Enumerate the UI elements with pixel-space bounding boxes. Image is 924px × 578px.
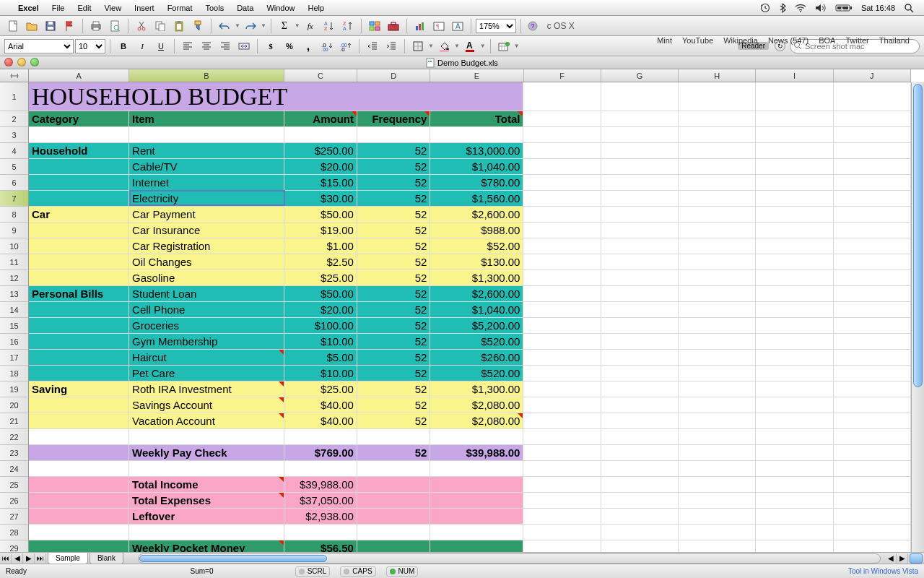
cell[interactable]	[834, 381, 911, 397]
data-cell[interactable]: 52	[357, 302, 430, 318]
data-cell[interactable]: $50.00	[284, 286, 357, 302]
cell[interactable]	[679, 381, 756, 397]
cell[interactable]	[523, 82, 601, 111]
font-select[interactable]: Arial	[4, 39, 74, 53]
cell[interactable]	[834, 207, 911, 223]
col-header-I[interactable]: I	[756, 69, 833, 82]
cell[interactable]	[679, 540, 756, 552]
data-cell[interactable]: 52	[357, 254, 430, 270]
cell[interactable]	[756, 397, 833, 413]
row-header[interactable]: 17	[0, 350, 28, 366]
split-handle[interactable]	[910, 553, 923, 564]
row-header[interactable]: 4	[0, 143, 28, 159]
row-header[interactable]: 27	[0, 509, 28, 525]
row-header[interactable]: 25	[0, 477, 28, 493]
cell[interactable]	[29, 302, 129, 318]
cell[interactable]	[601, 159, 679, 175]
cell[interactable]	[679, 111, 756, 127]
cell[interactable]	[523, 286, 601, 302]
data-cell[interactable]: $5,200.00	[430, 318, 523, 334]
cell[interactable]	[679, 191, 756, 207]
data-cell[interactable]: Saving	[29, 381, 129, 397]
data-cell[interactable]: $13,000.00	[430, 143, 523, 159]
data-cell[interactable]: $2,080.00	[430, 413, 523, 429]
cell[interactable]	[129, 127, 284, 143]
data-cell[interactable]: $15.00	[284, 175, 357, 191]
data-cell[interactable]: $1,040.00	[430, 159, 523, 175]
volume-icon[interactable]	[811, 3, 831, 12]
data-cell[interactable]: 52	[357, 413, 430, 429]
data-cell[interactable]: $10.00	[284, 334, 357, 350]
cell[interactable]	[601, 413, 679, 429]
data-cell[interactable]: Weekly Pocket Money	[129, 540, 284, 552]
menu-tools[interactable]: Tools	[199, 4, 230, 12]
data-cell[interactable]: $260.00	[430, 350, 523, 366]
gallery-button[interactable]	[366, 18, 383, 34]
cell[interactable]	[679, 525, 756, 540]
cell[interactable]	[29, 461, 129, 477]
cell[interactable]	[523, 334, 601, 350]
cell[interactable]	[834, 238, 911, 254]
cell[interactable]	[679, 318, 756, 334]
data-cell[interactable]: $52.00	[430, 238, 523, 254]
cell[interactable]	[834, 525, 911, 540]
cell[interactable]	[523, 477, 601, 493]
merge-center-button[interactable]	[235, 38, 253, 54]
data-cell[interactable]: Frequency	[357, 111, 430, 127]
data-cell[interactable]: $50.00	[284, 207, 357, 223]
cell[interactable]	[756, 429, 833, 445]
cell[interactable]	[756, 207, 833, 223]
media-button[interactable]: A	[449, 18, 466, 34]
data-cell[interactable]: 52	[357, 381, 430, 397]
data-cell[interactable]: Total Income	[129, 477, 284, 493]
data-cell[interactable]: Total Expenses	[129, 493, 284, 509]
align-center-button[interactable]	[198, 38, 215, 54]
data-cell[interactable]: $1,560.00	[430, 191, 523, 207]
data-cell[interactable]: $56.50	[284, 540, 357, 552]
data-cell[interactable]: Cell Phone	[129, 302, 284, 318]
app-name[interactable]: Excel	[12, 4, 45, 12]
cell-grid[interactable]: HOUSEHOLD BUDGETCategoryItemAmountFreque…	[29, 82, 911, 552]
cell[interactable]	[523, 381, 601, 397]
italic-button[interactable]: I	[134, 38, 151, 54]
data-cell[interactable]: $1.00	[284, 238, 357, 254]
row-header[interactable]: 1	[0, 82, 28, 111]
data-cell[interactable]: 52	[357, 238, 430, 254]
cell[interactable]	[679, 477, 756, 493]
data-cell[interactable]: Car	[29, 207, 129, 223]
cell[interactable]	[679, 429, 756, 445]
cell[interactable]	[523, 445, 601, 461]
col-header-H[interactable]: H	[679, 69, 756, 82]
cell[interactable]	[284, 127, 357, 143]
vertical-scrollbar[interactable]	[911, 82, 924, 552]
cell[interactable]	[756, 509, 833, 525]
data-cell[interactable]: 52	[357, 191, 430, 207]
cell[interactable]	[601, 366, 679, 381]
cell[interactable]	[601, 540, 679, 552]
menu-file[interactable]: File	[45, 4, 71, 12]
cell[interactable]	[756, 461, 833, 477]
data-cell[interactable]: $130.00	[430, 254, 523, 270]
increase-indent-button[interactable]	[383, 38, 400, 54]
bold-button[interactable]: B	[115, 38, 132, 54]
col-header-D[interactable]: D	[357, 69, 430, 82]
sheet-tab[interactable]: Blank	[90, 553, 123, 564]
flag-button[interactable]	[61, 18, 78, 34]
cell[interactable]	[523, 127, 601, 143]
sort-desc-button[interactable]: ZA	[339, 18, 357, 34]
zoom-window-button[interactable]	[30, 58, 39, 66]
cell[interactable]	[601, 318, 679, 334]
row-header[interactable]: 28	[0, 525, 28, 540]
data-cell[interactable]: $20.00	[284, 302, 357, 318]
row-header[interactable]: 23	[0, 445, 28, 461]
cell[interactable]	[29, 509, 129, 525]
cell[interactable]	[756, 270, 833, 286]
cell[interactable]	[679, 270, 756, 286]
row-header[interactable]: 6	[0, 175, 28, 191]
cell[interactable]	[357, 525, 430, 540]
bluetooth-icon[interactable]	[775, 2, 790, 12]
zoom-select[interactable]: 175%	[476, 19, 516, 33]
cell[interactable]	[523, 254, 601, 270]
cell[interactable]	[29, 397, 129, 413]
data-cell[interactable]: 52	[357, 207, 430, 223]
